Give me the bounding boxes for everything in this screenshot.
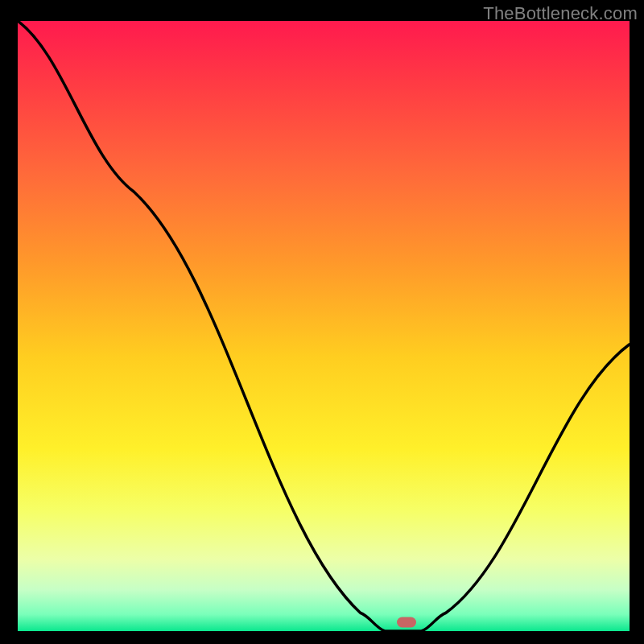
bottleneck-curve [18, 21, 630, 631]
watermark-text: TheBottleneck.com [483, 3, 638, 24]
chart-frame: TheBottleneck.com [0, 0, 644, 644]
optimal-marker [397, 617, 416, 627]
plot-area [18, 21, 630, 631]
